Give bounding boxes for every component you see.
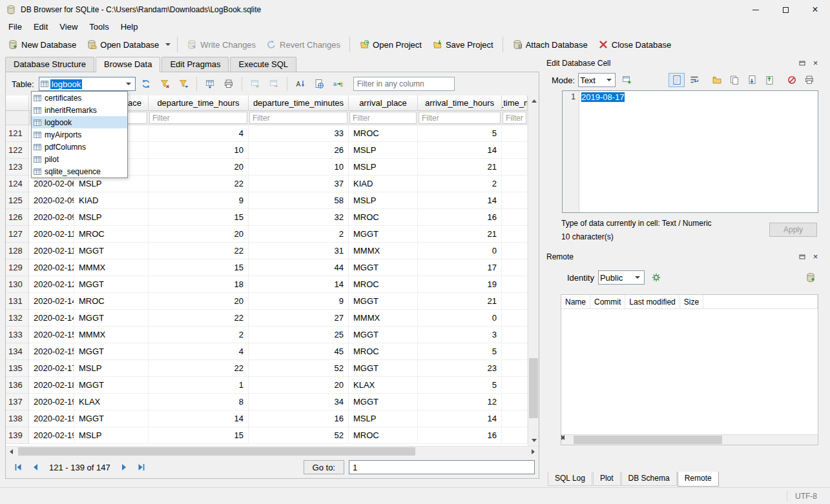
- cell-arrival-place[interactable]: MSLP: [349, 142, 418, 159]
- row-number[interactable]: 129: [6, 259, 29, 276]
- cell-departure-time-minutes[interactable]: 16: [249, 410, 349, 427]
- scroll-right-button[interactable]: [561, 435, 565, 440]
- cell-departure-time-minutes[interactable]: 20: [249, 377, 349, 394]
- cell-arrival-time-minutes[interactable]: [502, 343, 528, 360]
- minimize-button[interactable]: [741, 0, 771, 19]
- cell-arrival-time-minutes[interactable]: [502, 360, 528, 377]
- tab-edit-pragmas[interactable]: Edit Pragmas: [161, 57, 229, 72]
- cell-arrival-time-hours[interactable]: 5: [418, 377, 502, 394]
- cell-arrival-place[interactable]: MSLP: [349, 410, 418, 427]
- cell-arrival-time-hours[interactable]: 16: [418, 427, 502, 444]
- cell-arrival-place[interactable]: MSLP: [349, 159, 418, 176]
- cell-departure-place[interactable]: MGGT: [74, 243, 149, 259]
- cell-departure-place[interactable]: MGGT: [74, 410, 149, 427]
- cell-arrival-time-minutes[interactable]: [502, 377, 528, 394]
- encoding-label[interactable]: UTF-8: [787, 491, 817, 501]
- cell-departure-time-minutes[interactable]: 44: [249, 259, 349, 276]
- cell-departure-place[interactable]: MGGT: [74, 377, 149, 394]
- scroll-right-button[interactable]: [528, 447, 539, 457]
- row-number[interactable]: 126: [6, 209, 29, 226]
- remote-column-header[interactable]: Size: [680, 295, 703, 308]
- copy-button[interactable]: [726, 73, 742, 87]
- cell-departure-time-hours[interactable]: 22: [149, 310, 249, 327]
- open-file-button[interactable]: [709, 73, 725, 87]
- cell-departure-place[interactable]: MSLP: [74, 360, 149, 377]
- cell-date[interactable]: 2020-02-19: [29, 394, 74, 410]
- cell-departure-time-minutes[interactable]: 14: [249, 276, 349, 293]
- row-number[interactable]: 137: [6, 394, 29, 410]
- cell-departure-place[interactable]: MGGT: [74, 276, 149, 293]
- save-table-button[interactable]: [202, 76, 218, 92]
- remote-column-header[interactable]: Name: [561, 295, 590, 308]
- row-number[interactable]: 128: [6, 243, 29, 259]
- mode-select-arrow[interactable]: [604, 74, 614, 86]
- vertical-scrollbar[interactable]: [528, 96, 539, 446]
- cell-departure-time-minutes[interactable]: 32: [249, 209, 349, 226]
- cell-departure-time-minutes[interactable]: 2: [249, 226, 349, 243]
- cell-arrival-time-hours[interactable]: 21: [418, 159, 502, 176]
- open-database-dropdown-button[interactable]: [164, 40, 173, 49]
- tab-remote[interactable]: Remote: [678, 472, 719, 487]
- cell-arrival-time-minutes[interactable]: [502, 125, 528, 142]
- cell-arrival-place[interactable]: MGGT: [349, 259, 418, 276]
- cell-arrival-place[interactable]: MGGT: [349, 293, 418, 310]
- cell-departure-time-minutes[interactable]: 37: [249, 176, 349, 192]
- cell-arrival-place[interactable]: MROC: [349, 427, 418, 444]
- close-panel-button[interactable]: ×: [810, 252, 821, 261]
- column-filter-input[interactable]: Filter: [249, 112, 348, 124]
- table-dropdown-item[interactable]: pilot: [32, 153, 127, 165]
- save-project-button[interactable]: Save Project: [427, 36, 499, 53]
- row-number[interactable]: 131: [6, 293, 29, 310]
- row-number[interactable]: 133: [6, 327, 29, 343]
- refresh-button[interactable]: [138, 76, 154, 92]
- previous-page-button[interactable]: [27, 460, 43, 475]
- float-panel-button[interactable]: [797, 252, 808, 261]
- cell-arrival-time-hours[interactable]: 14: [418, 410, 502, 427]
- row-number[interactable]: 121: [6, 125, 29, 142]
- row-number[interactable]: 122: [6, 142, 29, 159]
- scroll-left-button[interactable]: [6, 447, 17, 457]
- row-number[interactable]: 132: [6, 310, 29, 327]
- filter-options-button[interactable]: [175, 76, 192, 92]
- cell-departure-time-hours[interactable]: 22: [149, 243, 249, 259]
- table-select[interactable]: logbook: [39, 77, 136, 91]
- print-cell-button[interactable]: [801, 73, 817, 87]
- cell-arrival-time-minutes[interactable]: [502, 226, 528, 243]
- cell-departure-place[interactable]: KLAX: [74, 394, 149, 410]
- cell-departure-time-hours[interactable]: 22: [149, 360, 249, 377]
- cell-arrival-place[interactable]: MSLP: [349, 192, 418, 209]
- cell-departure-time-minutes[interactable]: 34: [249, 394, 349, 410]
- cell-date[interactable]: 2020-02-14: [29, 293, 74, 310]
- table-dropdown-item[interactable]: sqlite_sequence: [32, 165, 127, 177]
- identity-settings-button[interactable]: [648, 270, 665, 285]
- horizontal-scrollbar-thumb[interactable]: [18, 447, 415, 456]
- menu-item[interactable]: File: [3, 21, 28, 33]
- filter-any-column-input[interactable]: [353, 77, 455, 91]
- cell-date[interactable]: 2020-02-11: [29, 226, 74, 243]
- column-header-departure-time-minutes[interactable]: departure_time_minutes: [249, 96, 349, 111]
- scroll-up-button[interactable]: [528, 96, 539, 106]
- cell-arrival-time-minutes[interactable]: [502, 427, 528, 444]
- column-filter-input[interactable]: Filter: [503, 112, 526, 124]
- remote-horizontal-scrollbar[interactable]: [561, 434, 818, 445]
- cell-arrival-time-hours[interactable]: 21: [418, 226, 502, 243]
- cell-editor-body[interactable]: 2019-08-17: [579, 91, 818, 212]
- cell-departure-time-hours[interactable]: 15: [149, 427, 249, 444]
- import-file-button[interactable]: [743, 73, 760, 87]
- cell-departure-time-hours[interactable]: 20: [149, 226, 249, 243]
- row-number[interactable]: 135: [6, 360, 29, 377]
- cell-arrival-time-hours[interactable]: 14: [418, 142, 502, 159]
- cell-arrival-place[interactable]: MMMX: [349, 243, 418, 259]
- tab-db-schema[interactable]: DB Schema: [621, 472, 677, 486]
- identity-select-arrow[interactable]: [633, 271, 643, 284]
- clear-filters-button[interactable]: [156, 76, 173, 92]
- cell-arrival-time-hours[interactable]: 12: [418, 394, 502, 410]
- last-page-button[interactable]: [134, 460, 150, 475]
- cell-departure-time-minutes[interactable]: 33: [249, 125, 349, 142]
- cell-arrival-time-hours[interactable]: 19: [418, 276, 502, 293]
- column-filter-input[interactable]: Filter: [149, 112, 247, 124]
- cell-departure-place[interactable]: MROC: [74, 293, 149, 310]
- cell-departure-time-hours[interactable]: 15: [149, 259, 249, 276]
- goto-button[interactable]: Go to:: [304, 460, 344, 474]
- column-header-arrival-place[interactable]: arrival_place: [349, 96, 418, 111]
